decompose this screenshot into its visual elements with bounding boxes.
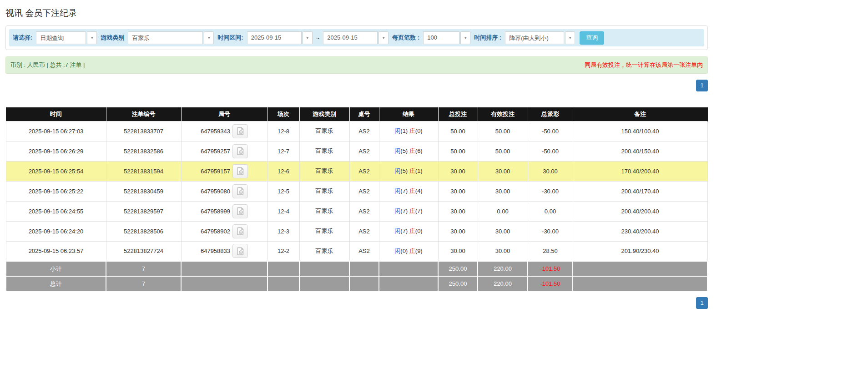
- subtotal-valid-bet: 220.00: [478, 261, 528, 276]
- total-row: 总计 7 250.00 220.00 -101.50: [6, 276, 707, 291]
- subtotal-payout: -101.50: [528, 261, 573, 276]
- date-to-select[interactable]: 2025-09-15 ▼: [323, 31, 389, 44]
- video-replay-button[interactable]: [232, 144, 248, 158]
- cell-session: 12-7: [267, 141, 299, 161]
- video-replay-button[interactable]: [232, 224, 248, 238]
- total-label: 总计: [6, 276, 106, 291]
- game-type-select[interactable]: 百家乐 ▼: [128, 31, 214, 44]
- col-header-valid-bet: 有效投注: [478, 107, 528, 121]
- cell-total-bet[interactable]: 30.00: [438, 241, 478, 261]
- cell-payout: 0.00: [528, 201, 573, 221]
- cell-time: 2025-09-15 06:24:55: [6, 201, 106, 221]
- round-number: 647958902: [201, 228, 230, 235]
- col-header-session: 场次: [267, 107, 299, 121]
- chevron-down-icon[interactable]: ▼: [303, 31, 313, 44]
- cell-game: 百家乐: [299, 241, 349, 261]
- result-player-count: (7): [400, 207, 408, 214]
- chevron-down-icon[interactable]: ▼: [87, 31, 97, 44]
- result-player-count: (5): [400, 147, 408, 154]
- page-size-select[interactable]: 100 ▼: [423, 31, 470, 44]
- col-header-total-bet: 总投注: [438, 107, 478, 121]
- valid-bet-note: 同局有效投注，统一计算在该局第一张注单内: [585, 61, 703, 69]
- page-1-button[interactable]: 1: [696, 297, 708, 309]
- chevron-down-icon[interactable]: ▼: [565, 31, 575, 44]
- result-banker-label: 庄: [409, 187, 415, 194]
- col-header-remark: 备注: [573, 107, 707, 121]
- video-replay-button[interactable]: [232, 124, 248, 138]
- cell-total-bet[interactable]: 30.00: [438, 161, 478, 181]
- chevron-down-icon[interactable]: ▼: [460, 31, 470, 44]
- query-type-select[interactable]: 日期查询 ▼: [36, 31, 97, 44]
- result-player-label: 闲: [394, 167, 400, 174]
- time-sort-value[interactable]: 降幂(由大到小): [505, 31, 564, 44]
- date-to-value[interactable]: 2025-09-15: [323, 31, 378, 44]
- cell-round: 647958999: [181, 201, 267, 221]
- result-banker-label: 庄: [409, 167, 415, 174]
- subtotal-label: 小计: [6, 261, 106, 276]
- video-replay-button[interactable]: [232, 244, 248, 258]
- video-replay-button[interactable]: [232, 204, 248, 218]
- cell-valid-bet: 30.00: [478, 221, 528, 241]
- cell-total-bet[interactable]: 50.00: [438, 141, 478, 161]
- filter-bar: 请选择: 日期查询 ▼ 游戏类别 百家乐 ▼ 时间区间: 2025-09-15 …: [9, 29, 704, 46]
- table-row: 2025-09-15 06:27:03 522813833707 6479593…: [6, 121, 707, 141]
- table-row: 2025-09-15 06:24:20 522813828506 6479589…: [6, 221, 707, 241]
- table-row: 2025-09-15 06:23:57 522813827724 6479588…: [6, 241, 707, 261]
- game-type-value[interactable]: 百家乐: [128, 31, 203, 44]
- cell-time: 2025-09-15 06:27:03: [6, 121, 106, 141]
- query-type-value[interactable]: 日期查询: [36, 31, 86, 44]
- cell-table: AS2: [349, 201, 379, 221]
- cell-session: 12-4: [267, 201, 299, 221]
- col-header-bet-id: 注单编号: [106, 107, 181, 121]
- cell-bet-id: 522813832586: [106, 141, 181, 161]
- cell-total-bet[interactable]: 30.00: [438, 221, 478, 241]
- cell-result: 闲(7) 庄(7): [379, 201, 438, 221]
- cell-total-bet[interactable]: 30.00: [438, 181, 478, 201]
- select-type-label: 请选择:: [13, 34, 32, 42]
- cell-valid-bet: 30.00: [478, 241, 528, 261]
- filter-panel: 请选择: 日期查询 ▼ 游戏类别 百家乐 ▼ 时间区间: 2025-09-15 …: [5, 25, 708, 50]
- result-banker-count: (9): [415, 248, 423, 254]
- cell-bet-id: 522813828506: [106, 221, 181, 241]
- result-player-label: 闲: [394, 227, 400, 234]
- page-size-value[interactable]: 100: [423, 31, 459, 44]
- time-sort-select[interactable]: 降幂(由大到小) ▼: [505, 31, 575, 44]
- currency-total-text: 币别 : 人民币 | 总共 :7 注单 |: [10, 61, 85, 69]
- date-from-select[interactable]: 2025-09-15 ▼: [247, 31, 313, 44]
- page-1-button[interactable]: 1: [696, 80, 708, 91]
- cell-remark: 200.40/150.40: [573, 141, 707, 161]
- video-record-icon: [237, 207, 244, 215]
- col-header-round: 局号: [181, 107, 267, 121]
- result-banker-count: (7): [415, 207, 423, 214]
- cell-payout: -50.00: [528, 141, 573, 161]
- video-replay-button[interactable]: [232, 164, 248, 178]
- cell-bet-id: 522813829597: [106, 201, 181, 221]
- col-header-result: 结果: [379, 107, 438, 121]
- result-player-count: (1): [400, 127, 408, 134]
- video-replay-button[interactable]: [232, 184, 248, 198]
- cell-total-bet[interactable]: 50.00: [438, 121, 478, 141]
- chevron-down-icon[interactable]: ▼: [204, 31, 214, 44]
- cell-total-bet[interactable]: 30.00: [438, 201, 478, 221]
- result-player-count: (0): [400, 248, 408, 254]
- result-banker-count: (0): [415, 127, 423, 134]
- cell-time: 2025-09-15 06:23:57: [6, 241, 106, 261]
- pagination-bottom: 1: [5, 297, 708, 309]
- cell-bet-id: 522813827724: [106, 241, 181, 261]
- video-record-icon: [237, 187, 244, 195]
- cell-table: AS2: [349, 181, 379, 201]
- chevron-down-icon[interactable]: ▼: [378, 31, 389, 44]
- cell-round: 647959257: [181, 141, 267, 161]
- result-banker-label: 庄: [409, 248, 415, 254]
- search-button[interactable]: 查询: [580, 31, 604, 45]
- date-from-value[interactable]: 2025-09-15: [247, 31, 302, 44]
- cell-payout: -50.00: [528, 121, 573, 141]
- result-banker-count: (0): [415, 227, 423, 234]
- col-header-game: 游戏类别: [299, 107, 349, 121]
- result-banker-label: 庄: [409, 227, 415, 234]
- col-header-payout: 总派彩: [528, 107, 573, 121]
- round-number: 647958999: [201, 208, 230, 215]
- cell-game: 百家乐: [299, 201, 349, 221]
- result-banker-count: (4): [415, 187, 423, 194]
- video-record-icon: [237, 227, 244, 235]
